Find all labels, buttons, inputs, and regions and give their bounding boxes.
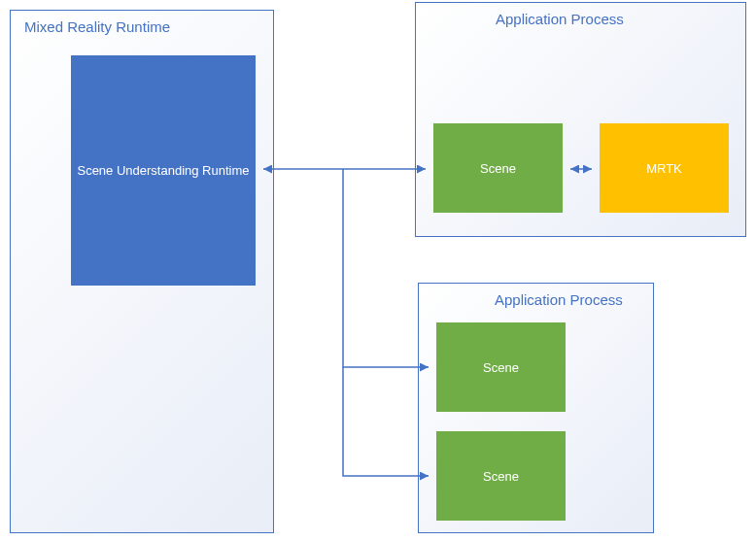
node-label: Scene <box>483 360 519 375</box>
container-title-app2: Application Process <box>495 291 623 308</box>
node-scene-understanding-runtime: Scene Understanding Runtime <box>71 55 256 286</box>
node-scene-app2a: Scene <box>436 322 566 412</box>
node-label: Scene <box>483 469 519 484</box>
container-title-app1: Application Process <box>496 11 624 27</box>
node-label: Scene Understanding Runtime <box>77 163 249 178</box>
node-mrtk: MRTK <box>600 123 729 213</box>
node-scene-app1: Scene <box>433 123 563 213</box>
node-label: Scene <box>480 161 516 176</box>
node-scene-app2b: Scene <box>436 431 566 521</box>
edge-su-to-scene2b <box>343 367 429 476</box>
container-title-runtime: Mixed Reality Runtime <box>24 18 170 35</box>
node-label: MRTK <box>646 161 682 176</box>
